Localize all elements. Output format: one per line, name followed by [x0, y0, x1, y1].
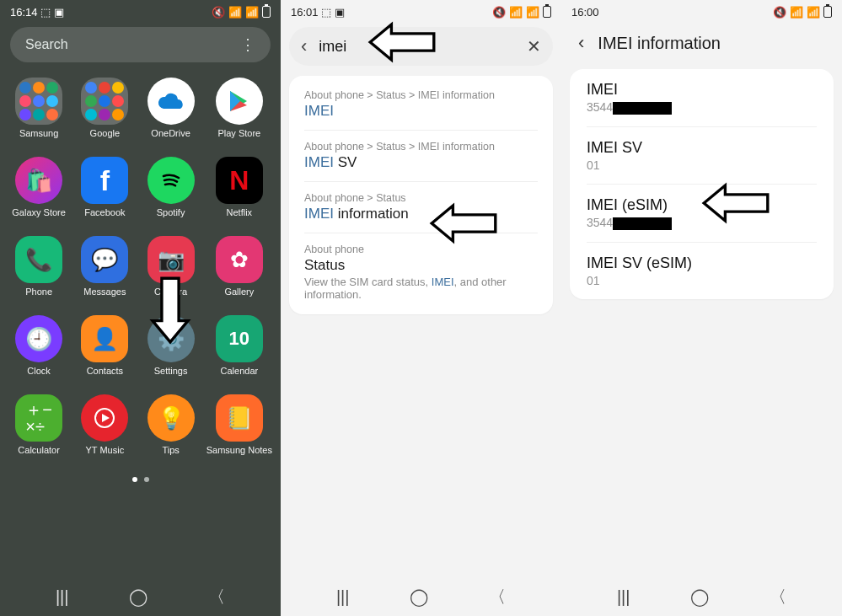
app-yt-music[interactable]: YT Music — [74, 394, 135, 455]
page-title: IMEI information — [598, 34, 721, 53]
app-label: Settings — [154, 366, 188, 376]
item-imei[interactable]: IMEI 3544 — [587, 69, 817, 127]
app-label: Google — [90, 128, 120, 138]
item-value: 3544 — [587, 100, 817, 115]
app-facebook[interactable]: f Facebook — [74, 157, 135, 217]
app-calculator[interactable]: ＋−×÷ Calculator — [8, 394, 69, 455]
app-label: Samsung — [19, 128, 58, 138]
camera-indicator-icon: ⬚ ▣ — [321, 6, 345, 19]
search-bar[interactable]: Search ⋮ — [10, 27, 271, 62]
app-label: OneDrive — [151, 128, 190, 138]
app-label: Tips — [162, 445, 179, 455]
search-placeholder: Search — [25, 37, 68, 52]
item-label: IMEI — [587, 81, 817, 99]
result-status[interactable]: About phone Status View the SIM card sta… — [304, 233, 538, 311]
app-samsung-notes[interactable]: 📒 Samsung Notes — [206, 394, 272, 455]
result-title: IMEI — [304, 103, 538, 120]
notes-icon: 📒 — [216, 394, 263, 442]
app-galaxy-store[interactable]: 🛍️ Galaxy Store — [8, 157, 69, 217]
app-label: Calendar — [221, 366, 259, 376]
app-settings[interactable]: ⚙️ Settings — [140, 315, 201, 376]
app-tips[interactable]: 💡 Tips — [140, 394, 201, 455]
netflix-icon: N — [216, 157, 263, 204]
nav-home[interactable]: ◯ — [410, 587, 428, 607]
app-label: Gallery — [224, 287, 254, 297]
back-icon[interactable]: ‹ — [301, 35, 307, 57]
breadcrumb: About phone > Status — [304, 192, 538, 204]
clear-icon[interactable]: ✕ — [527, 36, 541, 56]
item-label: IMEI (eSIM) — [587, 196, 817, 214]
result-title: IMEI information — [304, 206, 538, 222]
nav-back[interactable]: 〈 — [208, 586, 225, 608]
item-value: 01 — [587, 158, 817, 172]
facebook-icon: f — [81, 157, 128, 204]
gallery-icon: ✿ — [216, 236, 263, 283]
contacts-icon: 👤 — [81, 315, 128, 362]
bag-icon: 🛍️ — [15, 157, 62, 204]
statusbar-icons: 🔇 📶 📶 — [773, 6, 832, 19]
nav-recent[interactable]: ||| — [56, 587, 69, 607]
app-messages[interactable]: 💬 Messages — [74, 236, 135, 297]
page-header: ‹ IMEI information — [561, 22, 842, 69]
wifi-icon: 📶 — [790, 6, 803, 19]
app-play-store[interactable]: Play Store — [206, 78, 272, 138]
item-imei-sv-esim[interactable]: IMEI SV (eSIM) 01 — [587, 243, 817, 299]
tips-icon: 💡 — [147, 394, 195, 442]
onedrive-icon — [147, 78, 195, 125]
app-phone[interactable]: 📞 Phone — [8, 236, 69, 297]
app-label: Galaxy Store — [12, 207, 66, 217]
statusbar-time: 16:00 — [571, 6, 599, 19]
app-google-folder[interactable]: Google — [74, 78, 135, 138]
results-card: About phone > Status > IMEI information … — [289, 76, 553, 314]
battery-icon — [823, 6, 832, 18]
nav-back[interactable]: 〈 — [770, 586, 786, 608]
app-label: Phone — [25, 287, 52, 297]
app-clock[interactable]: 🕘 Clock — [8, 315, 69, 376]
mute-icon: 🔇 — [492, 6, 506, 19]
statusbar: 16:01 ⬚ ▣ 🔇 📶 📶 — [281, 0, 561, 22]
battery-icon — [543, 6, 551, 18]
app-label: Messages — [83, 287, 126, 297]
app-contacts[interactable]: 👤 Contacts — [74, 315, 135, 376]
nav-recent[interactable]: ||| — [617, 587, 630, 607]
back-icon[interactable]: ‹ — [578, 32, 584, 54]
search-input[interactable]: imei — [319, 38, 515, 56]
folder-icon — [15, 78, 62, 125]
nav-home[interactable]: ◯ — [690, 587, 709, 607]
app-onedrive[interactable]: OneDrive — [140, 78, 201, 138]
app-samsung-folder[interactable]: Samsung — [8, 78, 69, 138]
result-imei-sv[interactable]: About phone > Status > IMEI information … — [304, 131, 538, 182]
app-netflix[interactable]: N Netflix — [206, 157, 272, 217]
item-imei-sv[interactable]: IMEI SV 01 — [587, 127, 817, 185]
imei-list: IMEI 3544 IMEI SV 01 IMEI (eSIM) 3544 IM… — [570, 69, 834, 299]
nav-back[interactable]: 〈 — [489, 586, 506, 608]
camera-indicator-icon: ⬚ ▣ — [40, 6, 64, 19]
item-label: IMEI SV (eSIM) — [587, 254, 817, 272]
clock-icon: 🕘 — [15, 315, 62, 362]
time-text: 16:14 — [10, 6, 38, 19]
app-label: Samsung Notes — [206, 445, 272, 455]
result-subtitle: View the SIM card status, IMEI, and othe… — [304, 276, 538, 301]
page-indicator[interactable] — [0, 477, 281, 482]
mute-icon: 🔇 — [773, 6, 786, 19]
redacted-block — [613, 102, 672, 115]
app-label: Clock — [27, 366, 51, 376]
result-imei-information[interactable]: About phone > Status IMEI information — [304, 182, 538, 233]
result-imei[interactable]: About phone > Status > IMEI information … — [304, 79, 538, 131]
app-spotify[interactable]: Spotify — [140, 157, 201, 217]
screen-imei-info: 16:00 🔇 📶 📶 ‹ IMEI information IMEI 3544… — [561, 0, 842, 616]
app-camera[interactable]: 📷 Camera — [140, 236, 201, 297]
item-imei-esim[interactable]: IMEI (eSIM) 3544 — [587, 185, 817, 243]
time-text: 16:01 — [291, 6, 319, 19]
nav-home[interactable]: ◯ — [129, 587, 147, 607]
item-label: IMEI SV — [587, 139, 817, 157]
nav-recent[interactable]: ||| — [336, 587, 350, 607]
app-gallery[interactable]: ✿ Gallery — [206, 236, 272, 297]
navbar: ||| ◯ 〈 — [0, 577, 281, 616]
app-label: Camera — [154, 287, 187, 297]
app-grid: Samsung Google OneDrive Play Store 🛍️ Ga… — [0, 78, 281, 455]
more-icon[interactable]: ⋮ — [240, 35, 255, 54]
wifi-icon: 📶 — [509, 6, 523, 19]
app-calendar[interactable]: 10 Calendar — [206, 315, 272, 376]
ytmusic-icon — [81, 394, 128, 442]
